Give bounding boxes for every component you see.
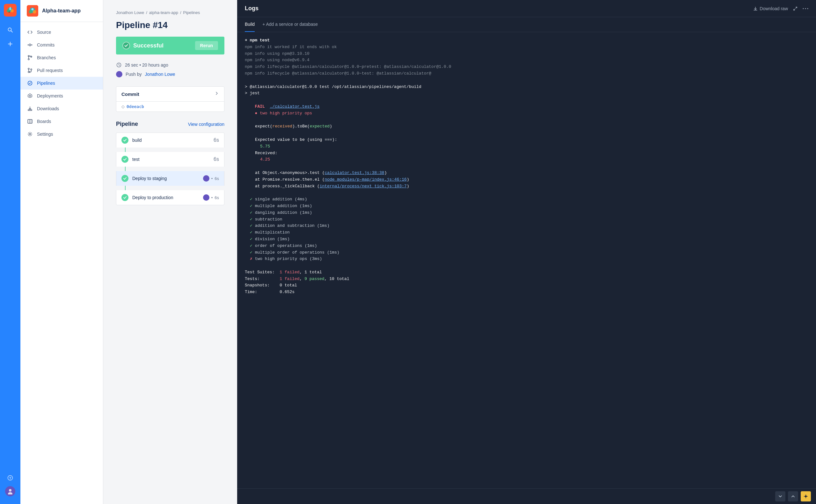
step-deploy-staging[interactable]: Deploy to staging • 6s (116, 171, 224, 186)
step-connector-3 (125, 186, 126, 190)
sidebar-settings-label: Settings (37, 132, 53, 137)
log-line: npm info it worked if it ends with ok (245, 44, 808, 51)
step-test[interactable]: test 6s (116, 152, 224, 167)
step-test-time: 6s (213, 156, 219, 162)
download-raw-button[interactable]: Download raw (753, 6, 788, 11)
downloads-icon (27, 105, 33, 112)
more-options-button[interactable] (803, 8, 808, 9)
svg-point-5 (9, 11, 10, 13)
log-line: ✓ multiplication (245, 229, 808, 236)
sidebar-header: Alpha-team-app (20, 0, 103, 22)
log-line: ✓ order of operations (1ms) (245, 243, 808, 249)
code-icon (27, 29, 33, 35)
logs-footer (237, 488, 816, 504)
view-config-link[interactable]: View configuration (188, 122, 224, 127)
log-line: at process._tickCallback (internal/proce… (245, 183, 808, 190)
sidebar-item-pipelines[interactable]: Pipelines (20, 77, 103, 90)
search-icon[interactable] (4, 24, 16, 36)
step-deploy-production-meta: • 6s (203, 194, 219, 201)
step-deploy-staging-name: Deploy to staging (132, 176, 199, 181)
help-icon[interactable]: ? (4, 472, 16, 484)
log-line: npm info using npm@3.10.10 (245, 51, 808, 57)
scroll-down-icon (778, 494, 782, 498)
log-line: ✓ multiple order of operations (1ms) (245, 249, 808, 256)
sidebar-item-source[interactable]: Source (20, 26, 103, 39)
log-line: FAIL ./calculator.test.js (245, 104, 808, 110)
user-avatar[interactable] (5, 486, 15, 496)
sidebar-pipelines-label: Pipelines (37, 81, 55, 86)
pipelines-icon (27, 80, 33, 86)
sidebar-deployments-label: Deployments (37, 93, 63, 98)
log-line: ✓ single addition (4ms) (245, 196, 808, 203)
sidebar-item-branches[interactable]: Branches (20, 51, 103, 64)
log-line: Snapshots: 0 total (245, 282, 808, 289)
author-avatar (116, 71, 122, 77)
meta-duration-row: 26 sec • 20 hours ago (116, 62, 224, 68)
commit-hash-row: ◇ 0deeacb (116, 101, 224, 112)
app-logo[interactable] (4, 4, 17, 17)
step-build[interactable]: build 6s (116, 133, 224, 148)
logs-title: Logs (245, 5, 258, 12)
svg-text:?: ? (9, 476, 11, 480)
tab-add-service[interactable]: + Add a service or database (262, 17, 318, 32)
svg-point-19 (32, 8, 34, 11)
log-line: ✓ subtraction (245, 216, 808, 223)
status-check-icon (122, 42, 130, 49)
step-deploy-production[interactable]: Deploy to production • 6s (116, 190, 224, 205)
log-line: > jest (245, 90, 808, 97)
sidebar-item-downloads[interactable]: Downloads (20, 102, 103, 115)
theme-toggle-button[interactable] (801, 491, 811, 501)
tab-build[interactable]: Build (245, 17, 255, 32)
sidebar-app-name: Alpha-team-app (42, 8, 81, 14)
commit-card-header[interactable]: Commit (116, 87, 224, 101)
log-line: Expected value to be (using ===): (245, 137, 808, 143)
deployments-icon (27, 93, 33, 99)
pipeline-section: Pipeline View configuration build 6s (116, 121, 224, 205)
log-line: + npm test (245, 37, 808, 44)
meta-info: 26 sec • 20 hours ago Push by Jonathon L… (116, 62, 224, 77)
pipeline-section-title: Pipeline (116, 121, 138, 127)
status-label: Successful (133, 42, 163, 49)
svg-point-28 (31, 69, 32, 70)
svg-point-17 (29, 10, 32, 14)
log-line: 4.25 (245, 156, 808, 163)
svg-point-26 (28, 68, 29, 69)
logs-body[interactable]: + npm test npm info it worked if it ends… (237, 32, 816, 488)
author-link[interactable]: Jonathon Lowe (145, 72, 175, 77)
scroll-down-button[interactable] (775, 491, 785, 501)
step-connector-2 (125, 167, 126, 171)
sidebar-item-deployments[interactable]: Deployments (20, 90, 103, 102)
sidebar-item-pull-requests[interactable]: Pull requests (20, 64, 103, 77)
sidebar-nav: Source Commits (20, 22, 103, 504)
logs-panel: Logs Download raw (237, 0, 816, 504)
step-build-name: build (132, 138, 210, 143)
add-icon[interactable] (4, 38, 16, 50)
sidebar-item-boards[interactable]: Boards (20, 115, 103, 128)
clock-icon (116, 62, 122, 68)
sidebar-item-commits[interactable]: Commits (20, 39, 103, 51)
step-check-deploy-staging (121, 175, 128, 182)
expand-button[interactable] (793, 6, 798, 11)
step-deploy-production-name: Deploy to production (132, 195, 199, 200)
sidebar-commits-label: Commits (37, 42, 54, 47)
log-line: ✓ addition and subtraction (1ms) (245, 223, 808, 229)
svg-point-20 (29, 44, 31, 46)
sidebar-pull-requests-label: Pull requests (37, 68, 63, 73)
rerun-button[interactable]: Rerun (195, 41, 218, 50)
step-avatar-2 (203, 194, 209, 201)
pull-requests-icon (27, 67, 33, 74)
svg-point-35 (29, 133, 31, 135)
log-line: at Object.<anonymous>.test (calculator.t… (245, 170, 808, 176)
commit-card: Commit ◇ 0deeacb (116, 86, 224, 112)
logs-actions: Download raw (753, 6, 808, 11)
scroll-up-button[interactable] (788, 491, 798, 501)
breadcrumb-user[interactable]: Jonathon Lowe (116, 10, 144, 15)
commit-hash-link[interactable]: 0deeacb (126, 104, 144, 109)
sidebar-item-settings[interactable]: Settings (20, 128, 103, 140)
svg-point-18 (33, 10, 36, 14)
sidebar-source-label: Source (37, 30, 51, 35)
log-line: ✗ two high priority ops (3ms) (245, 256, 808, 263)
settings-icon (27, 131, 33, 137)
breadcrumb-repo[interactable]: alpha-team-app (149, 10, 178, 15)
svg-rect-31 (28, 110, 32, 111)
